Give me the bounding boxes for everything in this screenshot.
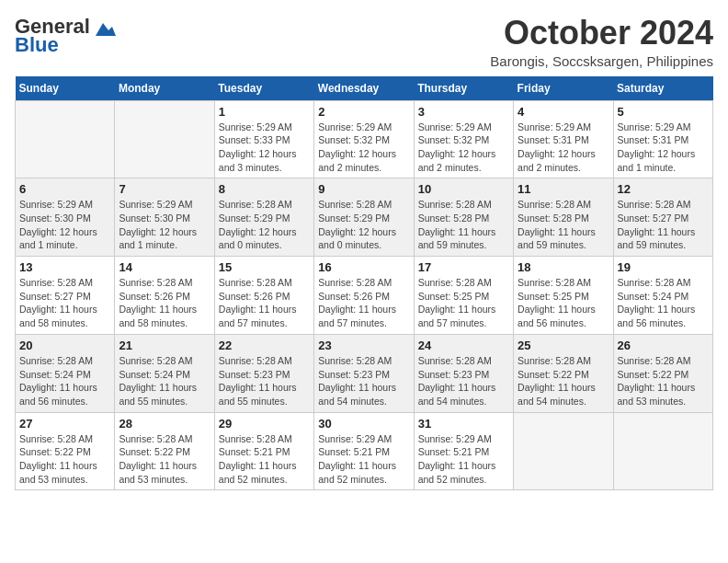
- day-info: Sunrise: 5:28 AM Sunset: 5:28 PM Dayligh…: [418, 198, 509, 252]
- day-number: 26: [618, 339, 709, 352]
- day-number: 5: [618, 105, 709, 119]
- week-row-3: 13Sunrise: 5:28 AM Sunset: 5:27 PM Dayli…: [16, 257, 713, 335]
- day-cell: [115, 100, 214, 178]
- day-cell: 7Sunrise: 5:29 AM Sunset: 5:30 PM Daylig…: [115, 178, 214, 257]
- day-info: Sunrise: 5:28 AM Sunset: 5:25 PM Dayligh…: [418, 276, 509, 330]
- day-cell: 8Sunrise: 5:28 AM Sunset: 5:29 PM Daylig…: [214, 178, 313, 257]
- day-number: 19: [618, 260, 709, 274]
- day-number: 10: [418, 182, 509, 196]
- day-number: 25: [518, 339, 609, 352]
- header-thursday: Thursday: [414, 76, 513, 101]
- day-info: Sunrise: 5:28 AM Sunset: 5:28 PM Dayligh…: [518, 198, 609, 252]
- day-info: Sunrise: 5:28 AM Sunset: 5:29 PM Dayligh…: [219, 198, 310, 252]
- page-header: General Blue October 2024 Barongis, Socc…: [15, 15, 713, 69]
- day-cell: 12Sunrise: 5:28 AM Sunset: 5:27 PM Dayli…: [613, 178, 712, 257]
- day-info: Sunrise: 5:29 AM Sunset: 5:31 PM Dayligh…: [618, 121, 709, 175]
- day-number: 8: [219, 182, 310, 196]
- logo: General Blue: [15, 15, 116, 55]
- day-cell: 22Sunrise: 5:28 AM Sunset: 5:23 PM Dayli…: [214, 334, 313, 412]
- day-info: Sunrise: 5:28 AM Sunset: 5:22 PM Dayligh…: [618, 354, 709, 408]
- day-cell: 17Sunrise: 5:28 AM Sunset: 5:25 PM Dayli…: [414, 257, 513, 335]
- day-cell: 14Sunrise: 5:28 AM Sunset: 5:26 PM Dayli…: [115, 257, 214, 335]
- day-cell: 9Sunrise: 5:28 AM Sunset: 5:29 PM Daylig…: [314, 178, 414, 257]
- day-number: 16: [318, 260, 409, 274]
- day-info: Sunrise: 5:29 AM Sunset: 5:21 PM Dayligh…: [318, 432, 409, 487]
- title-section: October 2024 Barongis, Soccsksargen, Phi…: [490, 15, 713, 69]
- week-row-2: 6Sunrise: 5:29 AM Sunset: 5:30 PM Daylig…: [16, 178, 713, 257]
- day-cell: 15Sunrise: 5:28 AM Sunset: 5:26 PM Dayli…: [214, 257, 313, 335]
- svg-marker-0: [96, 23, 116, 36]
- header-row: SundayMondayTuesdayWednesdayThursdayFrid…: [16, 76, 713, 101]
- header-sunday: Sunday: [16, 76, 115, 101]
- day-number: 17: [418, 260, 509, 274]
- day-info: Sunrise: 5:29 AM Sunset: 5:30 PM Dayligh…: [119, 198, 210, 252]
- day-number: 6: [19, 182, 110, 196]
- day-cell: 26Sunrise: 5:28 AM Sunset: 5:22 PM Dayli…: [613, 334, 712, 412]
- day-cell: 27Sunrise: 5:28 AM Sunset: 5:22 PM Dayli…: [16, 412, 115, 490]
- day-number: 24: [418, 339, 509, 352]
- day-cell: 20Sunrise: 5:28 AM Sunset: 5:24 PM Dayli…: [16, 334, 115, 412]
- day-cell: 28Sunrise: 5:28 AM Sunset: 5:22 PM Dayli…: [115, 412, 214, 490]
- header-saturday: Saturday: [613, 76, 712, 101]
- day-cell: 25Sunrise: 5:28 AM Sunset: 5:22 PM Dayli…: [514, 334, 613, 412]
- day-number: 30: [318, 417, 409, 431]
- day-cell: [16, 100, 115, 178]
- day-number: 15: [219, 260, 310, 274]
- day-number: 31: [418, 417, 509, 431]
- day-info: Sunrise: 5:28 AM Sunset: 5:22 PM Dayligh…: [518, 354, 609, 408]
- day-cell: 3Sunrise: 5:29 AM Sunset: 5:32 PM Daylig…: [414, 100, 513, 178]
- day-info: Sunrise: 5:28 AM Sunset: 5:23 PM Dayligh…: [219, 354, 310, 408]
- day-number: 22: [219, 339, 310, 352]
- day-number: 7: [119, 182, 210, 196]
- day-info: Sunrise: 5:28 AM Sunset: 5:29 PM Dayligh…: [318, 198, 409, 252]
- day-cell: 4Sunrise: 5:29 AM Sunset: 5:31 PM Daylig…: [514, 100, 613, 178]
- day-info: Sunrise: 5:28 AM Sunset: 5:21 PM Dayligh…: [219, 432, 310, 487]
- day-info: Sunrise: 5:28 AM Sunset: 5:27 PM Dayligh…: [618, 198, 709, 252]
- day-cell: [514, 412, 613, 490]
- day-info: Sunrise: 5:28 AM Sunset: 5:26 PM Dayligh…: [219, 276, 310, 330]
- day-cell: [613, 412, 712, 490]
- day-number: 20: [19, 339, 110, 352]
- day-cell: 5Sunrise: 5:29 AM Sunset: 5:31 PM Daylig…: [613, 100, 712, 178]
- day-cell: 16Sunrise: 5:28 AM Sunset: 5:26 PM Dayli…: [314, 257, 414, 335]
- day-cell: 30Sunrise: 5:29 AM Sunset: 5:21 PM Dayli…: [314, 412, 414, 490]
- day-info: Sunrise: 5:29 AM Sunset: 5:32 PM Dayligh…: [318, 121, 409, 175]
- location-subtitle: Barongis, Soccsksargen, Philippines: [490, 53, 713, 69]
- calendar-table: SundayMondayTuesdayWednesdayThursdayFrid…: [15, 76, 713, 491]
- day-number: 29: [219, 417, 310, 431]
- day-info: Sunrise: 5:29 AM Sunset: 5:32 PM Dayligh…: [418, 121, 509, 175]
- month-title: October 2024: [490, 15, 713, 52]
- week-row-1: 1Sunrise: 5:29 AM Sunset: 5:33 PM Daylig…: [16, 100, 713, 178]
- logo-icon: [96, 23, 116, 36]
- day-number: 2: [318, 105, 409, 119]
- day-info: Sunrise: 5:28 AM Sunset: 5:22 PM Dayligh…: [19, 432, 110, 487]
- day-cell: 11Sunrise: 5:28 AM Sunset: 5:28 PM Dayli…: [514, 178, 613, 257]
- day-info: Sunrise: 5:28 AM Sunset: 5:24 PM Dayligh…: [119, 354, 210, 408]
- header-monday: Monday: [115, 76, 214, 101]
- day-cell: 23Sunrise: 5:28 AM Sunset: 5:23 PM Dayli…: [314, 334, 414, 412]
- day-info: Sunrise: 5:28 AM Sunset: 5:26 PM Dayligh…: [318, 276, 409, 330]
- day-info: Sunrise: 5:29 AM Sunset: 5:33 PM Dayligh…: [219, 121, 310, 175]
- day-cell: 1Sunrise: 5:29 AM Sunset: 5:33 PM Daylig…: [214, 100, 313, 178]
- day-info: Sunrise: 5:28 AM Sunset: 5:22 PM Dayligh…: [119, 432, 210, 487]
- day-info: Sunrise: 5:29 AM Sunset: 5:31 PM Dayligh…: [518, 121, 609, 175]
- day-info: Sunrise: 5:29 AM Sunset: 5:30 PM Dayligh…: [19, 198, 110, 252]
- day-number: 18: [518, 260, 609, 274]
- week-row-5: 27Sunrise: 5:28 AM Sunset: 5:22 PM Dayli…: [16, 412, 713, 490]
- day-cell: 29Sunrise: 5:28 AM Sunset: 5:21 PM Dayli…: [214, 412, 313, 490]
- day-number: 3: [418, 105, 509, 119]
- day-info: Sunrise: 5:28 AM Sunset: 5:26 PM Dayligh…: [119, 276, 210, 330]
- day-number: 28: [119, 417, 210, 431]
- day-number: 13: [19, 260, 110, 274]
- day-info: Sunrise: 5:29 AM Sunset: 5:21 PM Dayligh…: [418, 432, 509, 487]
- day-number: 4: [518, 105, 609, 119]
- day-number: 23: [318, 339, 409, 352]
- day-cell: 19Sunrise: 5:28 AM Sunset: 5:24 PM Dayli…: [613, 257, 712, 335]
- day-number: 11: [518, 182, 609, 196]
- day-number: 1: [219, 105, 310, 119]
- day-cell: 21Sunrise: 5:28 AM Sunset: 5:24 PM Dayli…: [115, 334, 214, 412]
- logo-blue: Blue: [15, 35, 59, 55]
- day-cell: 10Sunrise: 5:28 AM Sunset: 5:28 PM Dayli…: [414, 178, 513, 257]
- day-cell: 31Sunrise: 5:29 AM Sunset: 5:21 PM Dayli…: [414, 412, 513, 490]
- day-number: 14: [119, 260, 210, 274]
